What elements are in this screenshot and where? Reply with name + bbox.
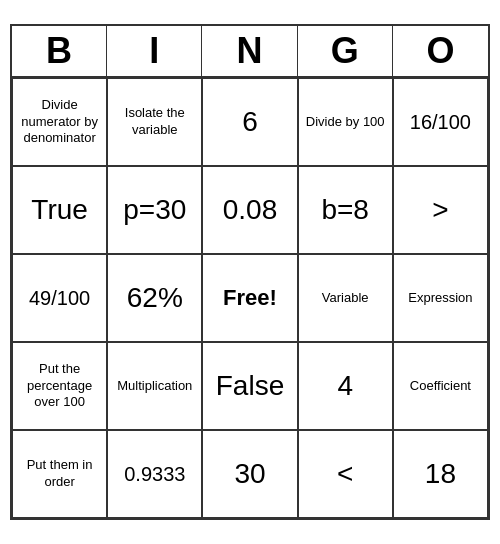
bingo-cell-18: 4 [298, 342, 393, 430]
bingo-cell-8: b=8 [298, 166, 393, 254]
header-cell-N: N [202, 26, 297, 76]
bingo-cell-19: Coefficient [393, 342, 488, 430]
bingo-grid: Divide numerator by denominatorIsolate t… [12, 78, 488, 518]
header-cell-G: G [298, 26, 393, 76]
bingo-cell-3: Divide by 100 [298, 78, 393, 166]
header-cell-B: B [12, 26, 107, 76]
bingo-cell-13: Variable [298, 254, 393, 342]
bingo-card: BINGO Divide numerator by denominatorIso… [10, 24, 490, 520]
bingo-cell-24: 18 [393, 430, 488, 518]
bingo-cell-16: Multiplication [107, 342, 202, 430]
bingo-header: BINGO [12, 26, 488, 78]
bingo-cell-21: 0.9333 [107, 430, 202, 518]
bingo-cell-9: > [393, 166, 488, 254]
bingo-cell-6: p=30 [107, 166, 202, 254]
bingo-cell-12: Free! [202, 254, 297, 342]
bingo-cell-14: Expression [393, 254, 488, 342]
bingo-cell-20: Put them in order [12, 430, 107, 518]
header-cell-O: O [393, 26, 488, 76]
bingo-cell-22: 30 [202, 430, 297, 518]
bingo-cell-4: 16/100 [393, 78, 488, 166]
bingo-cell-17: False [202, 342, 297, 430]
bingo-cell-23: < [298, 430, 393, 518]
bingo-cell-15: Put the percentage over 100 [12, 342, 107, 430]
bingo-cell-0: Divide numerator by denominator [12, 78, 107, 166]
header-cell-I: I [107, 26, 202, 76]
bingo-cell-7: 0.08 [202, 166, 297, 254]
bingo-cell-11: 62% [107, 254, 202, 342]
bingo-cell-1: Isolate the variable [107, 78, 202, 166]
bingo-cell-5: True [12, 166, 107, 254]
bingo-cell-2: 6 [202, 78, 297, 166]
bingo-cell-10: 49/100 [12, 254, 107, 342]
